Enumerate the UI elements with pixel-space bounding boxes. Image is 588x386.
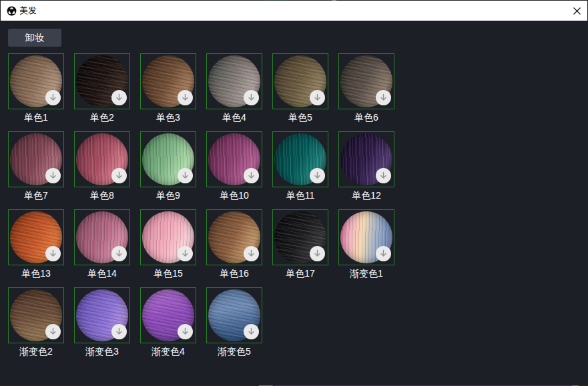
hair-item-5: 单色5 <box>272 53 328 131</box>
download-arrow-icon <box>379 93 388 102</box>
download-badge[interactable] <box>376 90 391 105</box>
hair-label: 单色12 <box>338 187 394 209</box>
hair-swatch-21[interactable] <box>140 287 196 343</box>
download-badge[interactable] <box>244 90 259 105</box>
hair-dialog: 美发 卸妆 单色1单色2单色3单色4单色5单色6单色7单色8单色9单色10单色1… <box>0 0 588 386</box>
download-badge[interactable] <box>244 168 259 183</box>
hair-label: 渐变色4 <box>140 343 196 365</box>
hair-item-16: 单色16 <box>206 209 262 287</box>
download-arrow-icon <box>247 93 256 102</box>
hair-label: 单色5 <box>272 109 328 131</box>
download-badge[interactable] <box>45 324 61 339</box>
hair-swatch-8[interactable] <box>74 131 130 187</box>
remove-makeup-button[interactable]: 卸妆 <box>8 29 61 47</box>
download-badge[interactable] <box>178 324 193 339</box>
hair-item-19: 渐变色2 <box>8 287 64 365</box>
hair-label: 单色17 <box>272 265 328 287</box>
hair-swatch-3[interactable] <box>140 53 196 109</box>
download-badge[interactable] <box>45 90 61 105</box>
hair-item-22: 渐变色5 <box>206 287 262 365</box>
window-title: 美发 <box>19 1 37 21</box>
hair-label: 渐变色2 <box>8 343 64 365</box>
hair-item-13: 单色13 <box>8 209 64 287</box>
download-badge[interactable] <box>376 168 391 183</box>
hair-swatch-7[interactable] <box>8 131 64 187</box>
download-arrow-icon <box>115 93 123 102</box>
hair-label: 单色7 <box>8 187 64 209</box>
hair-label: 单色4 <box>206 109 262 131</box>
download-badge[interactable] <box>178 90 193 105</box>
hair-swatch-13[interactable] <box>8 209 64 265</box>
hair-label: 单色15 <box>140 265 196 287</box>
hair-swatch-22[interactable] <box>206 287 262 343</box>
hair-label: 单色11 <box>272 187 328 209</box>
hair-item-3: 单色3 <box>140 53 196 131</box>
download-arrow-icon <box>181 93 190 102</box>
hair-label: 单色10 <box>206 187 262 209</box>
download-arrow-icon <box>247 249 256 258</box>
download-arrow-icon <box>313 249 322 258</box>
download-arrow-icon <box>49 327 57 336</box>
download-badge[interactable] <box>45 246 61 261</box>
hair-label: 单色6 <box>338 109 394 131</box>
download-arrow-icon <box>115 249 123 258</box>
hair-item-15: 单色15 <box>140 209 196 287</box>
download-badge[interactable] <box>310 246 325 261</box>
hair-swatch-19[interactable] <box>8 287 64 343</box>
download-badge[interactable] <box>244 246 259 261</box>
download-arrow-icon <box>115 327 123 336</box>
hair-label: 单色2 <box>74 109 130 131</box>
hair-label: 单色14 <box>74 265 130 287</box>
download-arrow-icon <box>49 249 57 258</box>
hair-grid: 单色1单色2单色3单色4单色5单色6单色7单色8单色9单色10单色11单色12单… <box>8 53 394 365</box>
edge-segment <box>264 0 287 1</box>
download-arrow-icon <box>313 171 322 180</box>
hair-swatch-16[interactable] <box>206 209 262 265</box>
hair-swatch-10[interactable] <box>206 131 262 187</box>
hair-item-17: 单色17 <box>272 209 328 287</box>
hair-swatch-18[interactable] <box>338 209 394 265</box>
hair-item-6: 单色6 <box>338 53 394 131</box>
close-icon[interactable] <box>572 6 582 16</box>
hair-swatch-2[interactable] <box>74 53 130 109</box>
hair-label: 单色8 <box>74 187 130 209</box>
hair-swatch-20[interactable] <box>74 287 130 343</box>
edge-segment <box>332 0 336 1</box>
hair-item-20: 渐变色3 <box>74 287 130 365</box>
download-arrow-icon <box>49 171 57 180</box>
download-badge[interactable] <box>244 324 259 339</box>
hair-swatch-9[interactable] <box>140 131 196 187</box>
hair-label: 单色3 <box>140 109 196 131</box>
download-badge[interactable] <box>111 168 127 183</box>
hair-swatch-12[interactable] <box>338 131 394 187</box>
download-badge[interactable] <box>111 324 127 339</box>
hair-label: 渐变色1 <box>338 265 394 287</box>
hair-swatch-1[interactable] <box>8 53 64 109</box>
hair-swatch-11[interactable] <box>272 131 328 187</box>
download-badge[interactable] <box>178 246 193 261</box>
app-logo-icon <box>7 6 17 16</box>
download-badge[interactable] <box>310 90 325 105</box>
hair-item-18: 渐变色1 <box>338 209 394 287</box>
hair-item-10: 单色10 <box>206 131 262 209</box>
hair-swatch-6[interactable] <box>338 53 394 109</box>
download-arrow-icon <box>247 171 256 180</box>
hair-swatch-14[interactable] <box>74 209 130 265</box>
download-arrow-icon <box>181 249 190 258</box>
download-badge[interactable] <box>376 246 391 261</box>
download-badge[interactable] <box>45 168 61 183</box>
hair-swatch-5[interactable] <box>272 53 328 109</box>
hair-item-4: 单色4 <box>206 53 262 131</box>
hair-swatch-4[interactable] <box>206 53 262 109</box>
download-badge[interactable] <box>310 168 325 183</box>
download-badge[interactable] <box>111 246 127 261</box>
hair-label: 单色1 <box>8 109 64 131</box>
hair-swatch-15[interactable] <box>140 209 196 265</box>
download-badge[interactable] <box>178 168 193 183</box>
hair-label: 渐变色5 <box>206 343 262 365</box>
download-badge[interactable] <box>111 90 127 105</box>
download-arrow-icon <box>379 171 388 180</box>
hair-item-11: 单色11 <box>272 131 328 209</box>
hair-item-14: 单色14 <box>74 209 130 287</box>
hair-swatch-17[interactable] <box>272 209 328 265</box>
